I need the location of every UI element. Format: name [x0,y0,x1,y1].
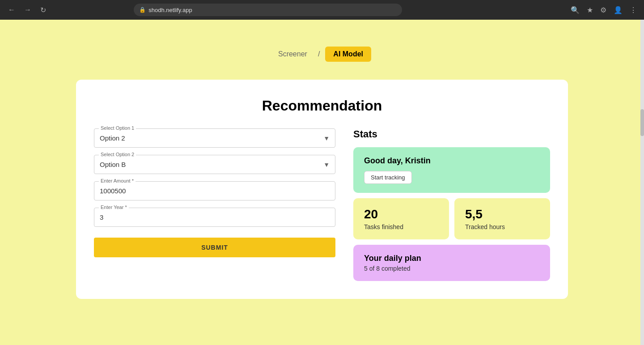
forward-button[interactable]: → [21,4,34,16]
daily-plan-title: Your daily plan [364,254,539,263]
nav-tabs: Screener / AI Model [273,47,371,62]
tasks-number: 20 [364,207,438,221]
card-body: Select Option 1 Option 2 Option 1 Option… [94,128,550,281]
select1-wrapper: Select Option 1 Option 2 Option 1 Option… [94,128,335,148]
tasks-label: Tasks finished [364,223,438,230]
select2-label: Select Option 2 [99,152,136,157]
amount-label: Enter Amount * [99,178,136,183]
menu-icon[interactable]: ⋮ [628,4,639,16]
start-tracking-button[interactable]: Start tracking [364,171,412,184]
back-button[interactable]: ← [5,4,18,16]
select1-label: Select Option 1 [99,125,136,131]
refresh-button[interactable]: ↻ [38,4,49,16]
select2-wrapper: Select Option 2 Option B Option A Option… [94,155,335,174]
amount-input[interactable] [100,185,330,196]
bookmark-icon[interactable]: ★ [585,4,595,16]
address-bar[interactable]: 🔒 shodh.netlify.app [134,4,402,16]
page-background: Screener / AI Model Recommendation Selec… [0,20,644,345]
browser-actions: 🔍 ★ ⚙ 👤 ⋮ [569,4,639,16]
scrollbar-track[interactable] [640,20,644,345]
screener-tab[interactable]: Screener [273,47,313,61]
hours-card: 5,5 Tracked hours [454,198,550,239]
scrollbar-thumb[interactable] [640,109,644,136]
year-input[interactable] [100,212,330,223]
select1-input[interactable]: Option 2 Option 1 Option 3 [100,132,330,144]
daily-plan-subtitle: 5 of 8 completed [364,265,539,272]
nav-separator: / [318,50,320,58]
aimodel-tab[interactable]: AI Model [325,47,371,62]
amount-wrapper: Enter Amount * [94,181,335,200]
stats-row: 20 Tasks finished 5,5 Tracked hours [353,198,550,239]
hours-number: 5,5 [465,207,539,221]
daily-plan-card: Your daily plan 5 of 8 completed [353,245,550,281]
main-card: Recommendation Select Option 1 Option 2 … [76,80,568,299]
tasks-card: 20 Tasks finished [353,198,449,239]
profile-icon[interactable]: 👤 [612,4,624,16]
year-label: Enter Year * [99,204,129,210]
page-title: Recommendation [94,98,550,114]
form-section: Select Option 1 Option 2 Option 1 Option… [94,128,335,281]
extensions-icon[interactable]: ⚙ [598,4,608,16]
greeting-text: Good day, Kristin [364,156,539,166]
stats-section: Stats Good day, Kristin Start tracking 2… [353,128,550,281]
greeting-card: Good day, Kristin Start tracking [353,147,550,193]
browser-chrome: ← → ↻ 🔒 shodh.netlify.app 🔍 ★ ⚙ 👤 ⋮ [0,0,644,20]
lock-icon: 🔒 [139,7,146,13]
year-wrapper: Enter Year * [94,208,335,227]
hours-label: Tracked hours [465,223,539,230]
zoom-icon[interactable]: 🔍 [569,4,581,16]
submit-button[interactable]: SUBMIT [94,238,335,257]
stats-title: Stats [353,128,550,140]
select2-input[interactable]: Option B Option A Option C [100,159,330,170]
url-text: shodh.netlify.app [148,7,192,13]
